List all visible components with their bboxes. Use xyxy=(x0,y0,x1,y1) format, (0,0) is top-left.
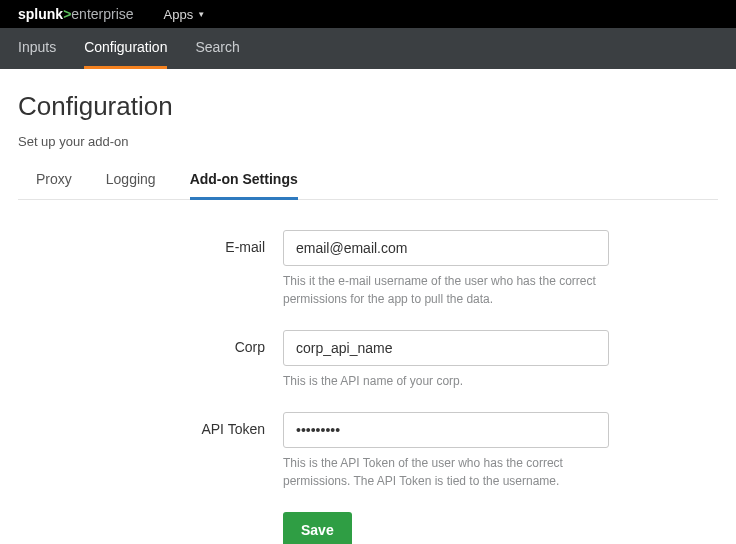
nav-item-label: Search xyxy=(195,39,239,55)
nav-item-label: Inputs xyxy=(18,39,56,55)
token-label: API Token xyxy=(18,412,283,437)
corp-label: Corp xyxy=(18,330,283,355)
row-token: API Token This is the API Token of the u… xyxy=(18,412,718,490)
chevron-down-icon: ▼ xyxy=(197,10,205,19)
logo-secondary: enterprise xyxy=(71,6,133,22)
row-email: E-mail This it the e-mail username of th… xyxy=(18,230,718,308)
email-help: This it the e-mail username of the user … xyxy=(283,272,609,308)
settings-form: E-mail This it the e-mail username of th… xyxy=(18,230,718,544)
nav-bar: Inputs Configuration Search xyxy=(0,28,736,69)
email-input[interactable] xyxy=(283,230,609,266)
token-input[interactable] xyxy=(283,412,609,448)
apps-menu[interactable]: Apps ▼ xyxy=(164,7,206,22)
email-label: E-mail xyxy=(18,230,283,255)
email-field-wrap: This it the e-mail username of the user … xyxy=(283,230,609,308)
nav-item-configuration[interactable]: Configuration xyxy=(84,28,167,69)
row-corp: Corp This is the API name of your corp. xyxy=(18,330,718,390)
nav-item-inputs[interactable]: Inputs xyxy=(18,28,56,69)
token-field-wrap: This is the API Token of the user who ha… xyxy=(283,412,609,490)
save-wrap: Save xyxy=(283,512,609,544)
corp-help: This is the API name of your corp. xyxy=(283,372,609,390)
apps-label: Apps xyxy=(164,7,194,22)
content: Configuration Set up your add-on Proxy L… xyxy=(0,69,736,544)
corp-field-wrap: This is the API name of your corp. xyxy=(283,330,609,390)
page-title: Configuration xyxy=(18,91,718,122)
tab-label: Add-on Settings xyxy=(190,171,298,187)
nav-item-label: Configuration xyxy=(84,39,167,55)
tab-proxy[interactable]: Proxy xyxy=(36,171,72,200)
subtabs: Proxy Logging Add-on Settings xyxy=(18,171,718,200)
row-save: Save xyxy=(18,512,718,544)
tab-logging[interactable]: Logging xyxy=(106,171,156,200)
corp-input[interactable] xyxy=(283,330,609,366)
spacer xyxy=(18,512,283,521)
tab-label: Proxy xyxy=(36,171,72,187)
tab-label: Logging xyxy=(106,171,156,187)
token-help: This is the API Token of the user who ha… xyxy=(283,454,609,490)
logo-primary: splunk xyxy=(18,6,63,22)
save-button[interactable]: Save xyxy=(283,512,352,544)
logo: splunk>enterprise xyxy=(18,6,134,22)
page-subtitle: Set up your add-on xyxy=(18,134,718,149)
nav-item-search[interactable]: Search xyxy=(195,28,239,69)
top-bar: splunk>enterprise Apps ▼ xyxy=(0,0,736,28)
tab-addon-settings[interactable]: Add-on Settings xyxy=(190,171,298,200)
